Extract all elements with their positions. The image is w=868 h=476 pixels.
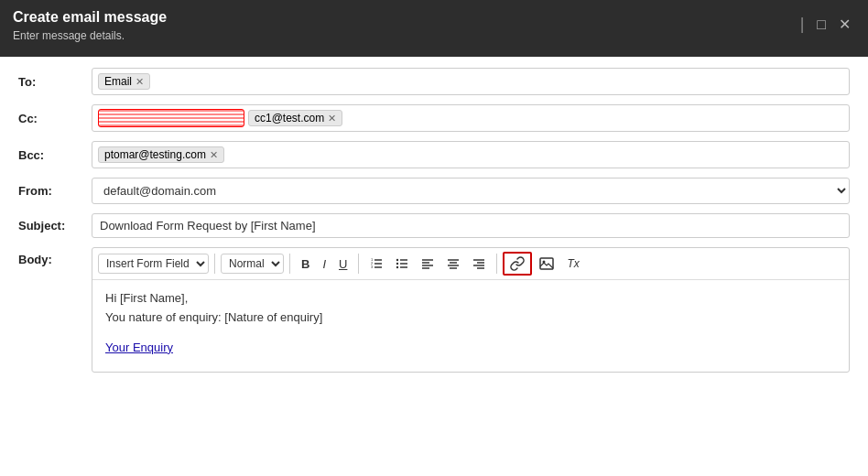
- to-label: To:: [18, 75, 92, 89]
- subject-field: [92, 213, 850, 238]
- bcc-field: ptomar@testing.com ✕: [92, 141, 850, 168]
- window-controls: | □ ✕: [796, 13, 855, 36]
- image-button[interactable]: [534, 254, 559, 274]
- bcc-tag-ptomar-label: ptomar@testing.com: [104, 148, 206, 161]
- cc-tag-cc1-remove[interactable]: ✕: [328, 113, 336, 124]
- body-editor-container: Insert Form Field Normal B I U: [92, 247, 850, 373]
- from-row: From: default@domain.com: [18, 178, 850, 204]
- svg-text:3: 3: [371, 265, 374, 269]
- align-center-button[interactable]: [441, 254, 465, 273]
- toolbar-divider-3: [358, 254, 359, 274]
- toolbar-divider-4: [496, 254, 497, 274]
- toolbar-divider-2: [289, 254, 290, 274]
- bcc-tag-input[interactable]: ptomar@testing.com ✕: [92, 141, 850, 168]
- align-right-button[interactable]: [467, 254, 491, 273]
- minimize-button[interactable]: □: [812, 15, 830, 35]
- cc-row: Cc: cc1@test.com ✕: [18, 104, 850, 132]
- align-center-icon: [447, 257, 460, 270]
- svg-point-6: [396, 259, 398, 261]
- bcc-tag-ptomar-remove[interactable]: ✕: [210, 149, 218, 161]
- insert-form-field-select[interactable]: Insert Form Field: [98, 254, 209, 274]
- align-right-icon: [472, 257, 485, 270]
- subject-label: Subject:: [18, 219, 92, 233]
- to-tag-input[interactable]: Email ✕: [92, 68, 850, 95]
- underline-button[interactable]: U: [333, 254, 353, 274]
- italic-button[interactable]: I: [317, 254, 331, 274]
- close-button[interactable]: ✕: [834, 14, 855, 35]
- subject-row: Subject:: [18, 213, 850, 238]
- link-icon: [510, 256, 525, 271]
- from-select[interactable]: default@domain.com: [92, 178, 850, 204]
- window-subtitle: Enter message details.: [13, 29, 167, 42]
- clear-format-label: Tx: [567, 257, 579, 270]
- window-title: Create email message: [13, 9, 167, 26]
- svg-point-7: [396, 263, 398, 265]
- from-label: From:: [18, 184, 92, 198]
- toolbar-divider-1: [214, 254, 215, 274]
- body-row: Body: Insert Form Field Normal B I U: [18, 247, 850, 373]
- bcc-label: Bcc:: [18, 148, 92, 162]
- svg-point-8: [396, 266, 398, 268]
- subject-input[interactable]: [92, 213, 850, 238]
- align-left-icon: [421, 257, 434, 270]
- unordered-list-icon: [396, 257, 408, 270]
- to-tag-email-remove[interactable]: ✕: [136, 76, 144, 88]
- to-tag-email-label: Email: [104, 75, 132, 88]
- from-field: default@domain.com: [92, 178, 850, 204]
- form-content: To: Email ✕ Cc: cc1@test.com ✕: [0, 57, 868, 476]
- body-toolbar: Insert Form Field Normal B I U: [92, 248, 849, 280]
- title-bar-left: Create email message Enter message detai…: [13, 9, 167, 42]
- email-compose-window: Create email message Enter message detai…: [0, 0, 868, 476]
- link-button[interactable]: [503, 252, 532, 276]
- ordered-list-icon: 1 2 3: [370, 257, 383, 270]
- title-bar: Create email message Enter message detai…: [0, 0, 868, 57]
- bcc-tag-ptomar: ptomar@testing.com ✕: [98, 146, 224, 163]
- clear-format-button[interactable]: Tx: [561, 254, 584, 273]
- cc-label: Cc:: [18, 112, 92, 125]
- bcc-row: Bcc: ptomar@testing.com ✕: [18, 141, 850, 168]
- cc-tag-input[interactable]: cc1@test.com ✕: [92, 104, 850, 132]
- to-row: To: Email ✕: [18, 68, 850, 95]
- text-style-select[interactable]: Normal: [221, 254, 284, 274]
- cc-tag-redacted: [98, 109, 244, 127]
- editor-content[interactable]: Hi [First Name], You nature of enquiry: …: [92, 280, 849, 372]
- separator-icon: |: [796, 13, 809, 36]
- cc-tag-cc1-label: cc1@test.com: [255, 112, 324, 124]
- to-tag-email: Email ✕: [98, 73, 150, 90]
- align-left-button[interactable]: [416, 254, 439, 273]
- your-enquiry-link[interactable]: Your Enquiry: [105, 341, 173, 354]
- ordered-list-button[interactable]: 1 2 3: [364, 254, 388, 273]
- body-link-container: Your Enquiry: [105, 339, 836, 358]
- unordered-list-button[interactable]: [390, 254, 414, 273]
- bold-button[interactable]: B: [296, 254, 315, 274]
- svg-rect-24: [540, 258, 553, 269]
- body-line2: You nature of enquiry: [Nature of enquir…: [105, 308, 836, 328]
- to-field: Email ✕: [92, 68, 850, 95]
- image-icon: [539, 256, 554, 271]
- body-line1: Hi [First Name],: [105, 289, 836, 308]
- body-label: Body:: [18, 247, 92, 266]
- cc-field: cc1@test.com ✕: [92, 104, 850, 132]
- cc-tag-cc1: cc1@test.com ✕: [248, 110, 342, 126]
